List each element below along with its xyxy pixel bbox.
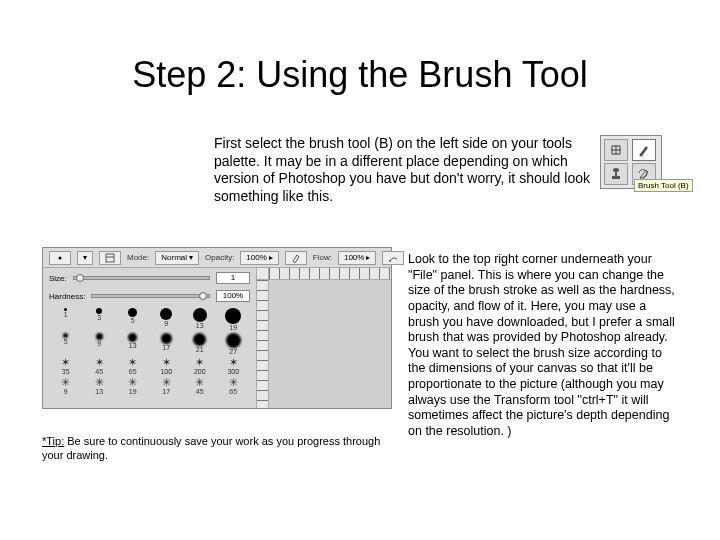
- hardness-slider: [91, 294, 210, 298]
- brush-swatch: 27: [217, 333, 251, 355]
- size-label: Size:: [49, 274, 67, 283]
- brush-swatch: ✶65: [116, 357, 150, 375]
- size-value: 1: [216, 272, 250, 284]
- brush-swatch: 13: [183, 308, 217, 331]
- brush-swatch: ✶45: [83, 357, 117, 375]
- tip-label: *Tip:: [42, 435, 64, 447]
- flow-value: 100% ▸: [338, 251, 376, 265]
- brush-swatch: ✳65: [217, 377, 251, 395]
- brush-swatch: ✶300: [217, 357, 251, 375]
- options-bar-figure: ▾ Mode: Normal ▾ Opacity: 100% ▸ Flow: 1…: [42, 247, 392, 409]
- brush-swatch: ✳17: [150, 377, 184, 395]
- brush-swatch: 9: [150, 308, 184, 331]
- svg-point-10: [389, 260, 391, 262]
- tip-body: Be sure to continuously save your work a…: [42, 435, 380, 461]
- brush-swatch: ✳13: [83, 377, 117, 395]
- options-bar: ▾ Mode: Normal ▾ Opacity: 100% ▸ Flow: 1…: [43, 248, 391, 268]
- mode-label: Mode:: [127, 253, 149, 262]
- size-slider: [73, 276, 210, 280]
- brush-panel-icon: [99, 251, 121, 265]
- brush-swatch: 17: [150, 333, 184, 355]
- brush-swatch: 9: [83, 333, 117, 355]
- brush-swatch-grid: 1 3 5 9 13 19 5 9 13 17 21 27 ✶35 ✶45 ✶6…: [49, 308, 250, 395]
- svg-point-7: [59, 256, 62, 259]
- brush-swatch: 21: [183, 333, 217, 355]
- brush-swatch: 13: [116, 333, 150, 355]
- svg-rect-8: [106, 254, 114, 262]
- svg-point-6: [613, 168, 619, 172]
- brush-swatch: 1: [49, 308, 83, 331]
- intro-paragraph: First select the brush tool (B) on the l…: [214, 135, 596, 205]
- tip-paragraph: *Tip: Be sure to continuously save your …: [42, 435, 382, 463]
- brush-picker-icon: ▾: [77, 251, 93, 265]
- brush-swatch: ✳19: [116, 377, 150, 395]
- svg-point-3: [640, 154, 643, 157]
- hardness-value: 100%: [216, 290, 250, 302]
- hardness-label: Hardness:: [49, 292, 85, 301]
- tablet-pressure-icon: [285, 251, 307, 265]
- brush-preset-panel: Size: 1 Hardness: 100% 1 3 5 9 13 19 5 9: [43, 268, 257, 408]
- brush-swatch: ✶200: [183, 357, 217, 375]
- heal-tool-icon: [604, 139, 628, 161]
- stamp-tool-icon: [604, 163, 628, 185]
- brush-swatch: ✳45: [183, 377, 217, 395]
- brush-swatch: 5: [116, 308, 150, 331]
- brush-swatch: 3: [83, 308, 117, 331]
- canvas-area: [257, 268, 391, 408]
- flow-label: Flow:: [313, 253, 332, 262]
- brush-swatch: 5: [49, 333, 83, 355]
- brush-swatch: ✶100: [150, 357, 184, 375]
- body-paragraph: Look to the top right corner underneath …: [408, 252, 680, 440]
- airbrush-icon: [382, 251, 404, 265]
- brush-swatch: 19: [217, 308, 251, 331]
- brush-preview-icon: [49, 251, 71, 265]
- mode-value: Normal ▾: [155, 251, 199, 265]
- tools-palette-figure: Brush Tool (B): [600, 135, 700, 189]
- svg-rect-4: [612, 176, 620, 179]
- brush-tool-icon: [632, 139, 656, 161]
- page-title: Step 2: Using the Brush Tool: [0, 54, 720, 96]
- brush-swatch: ✶35: [49, 357, 83, 375]
- opacity-label: Opacity:: [205, 253, 234, 262]
- brush-tooltip: Brush Tool (B): [634, 179, 693, 192]
- brush-swatch: ✳9: [49, 377, 83, 395]
- opacity-value: 100% ▸: [240, 251, 278, 265]
